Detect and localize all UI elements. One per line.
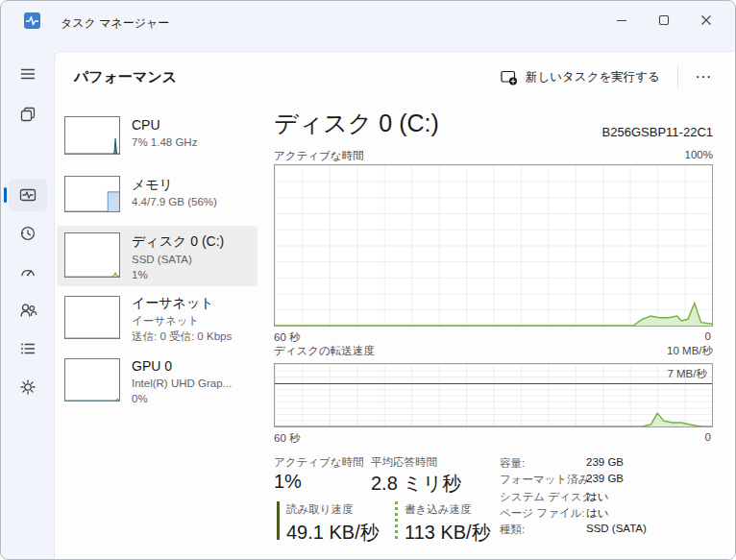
- sidebar-item-users[interactable]: [9, 294, 47, 327]
- menu-button[interactable]: [9, 58, 47, 90]
- detail-value: 239 GB: [586, 456, 624, 468]
- perf-item-sub: Intel(R) UHD Grap...: [132, 377, 232, 389]
- disk-mini-chart: [64, 232, 120, 278]
- users-icon: [18, 301, 37, 320]
- sidebar-item-details[interactable]: [9, 332, 47, 365]
- minimize-icon: [615, 13, 628, 27]
- detail-label: ページ ファイル:: [500, 506, 585, 521]
- performance-icon: [18, 185, 37, 205]
- services-icon: [18, 377, 37, 397]
- disk-device-name: B256GSBP11-22C1: [602, 125, 713, 139]
- write-speed-label: 書き込み速度: [405, 502, 472, 517]
- detail-value: SSD (SATA): [586, 523, 647, 534]
- detail-value: 239 GB: [586, 473, 624, 484]
- sidebar-item-startup-apps[interactable]: [9, 256, 47, 288]
- minimize-button[interactable]: [601, 1, 643, 39]
- perf-item-sub: 0%: [132, 393, 148, 404]
- perf-item-cpu[interactable]: CPU 7% 1.48 GHz: [57, 115, 258, 171]
- perf-item-sub: 4.4/7.9 GB (56%): [132, 196, 217, 207]
- perf-item-title: CPU: [132, 117, 160, 133]
- read-speed-label: 読み取り速度: [286, 502, 354, 517]
- active-time-chart-label: アクティブな時間: [274, 149, 364, 163]
- startup-apps-icon: [18, 262, 37, 281]
- detail-label: システム ディスク:: [500, 490, 597, 504]
- perf-item-sub: SSD (SATA): [132, 254, 192, 265]
- detail-label: フォーマット済み:: [500, 473, 593, 487]
- read-speed-bar: [277, 501, 280, 540]
- perf-item-disk0[interactable]: ディスク 0 (C:) SSD (SATA) 1%: [57, 226, 258, 286]
- gpu-mini-chart: [64, 358, 120, 402]
- settings-button[interactable]: [9, 555, 47, 560]
- transfer-rate-ymax-label: 10 MB/秒: [667, 344, 713, 358]
- detail-value: はい: [586, 506, 609, 521]
- perf-item-sub: 1%: [132, 269, 148, 280]
- titlebar: タスク マネージャー: [1, 1, 735, 51]
- task-manager-window: タスク マネージャー: [0, 0, 736, 560]
- maximize-icon: [657, 13, 671, 27]
- sidebar-item-performance[interactable]: [9, 179, 47, 211]
- details-icon: [18, 339, 37, 358]
- window-controls: [601, 1, 727, 39]
- menu-icon: [18, 64, 37, 84]
- avg-response-stat-label: 平均応答時間: [371, 455, 437, 470]
- active-time-stat-label: アクティブな時間: [274, 455, 364, 470]
- sidebar-item-app-history[interactable]: [9, 217, 47, 250]
- transfer-rate-xright-label: 0: [705, 431, 711, 443]
- perf-item-ethernet[interactable]: イーサネット イーサネット 送信: 0 受信: 0 Kbps: [57, 294, 258, 353]
- perf-item-sub: 送信: 0 受信: 0 Kbps: [132, 329, 232, 344]
- content-card: パフォーマンス 新しいタスクを実行する ... CPU 7% 1.48 GHz: [54, 51, 735, 559]
- main-panel: ディスク 0 (C:) B256GSBP11-22C1 アクティブな時間 100…: [274, 52, 713, 559]
- close-icon: [699, 13, 713, 27]
- transfer-rate-chart: 7 MB/秒: [274, 363, 713, 427]
- perf-item-title: GPU 0: [132, 358, 172, 374]
- selected-indicator: [4, 187, 7, 203]
- avg-response-stat-value: 2.8 ミリ秒: [371, 471, 461, 497]
- sidebar-item-processes[interactable]: [9, 98, 47, 131]
- active-time-stat-value: 1%: [274, 471, 302, 493]
- active-time-chart: [274, 164, 713, 327]
- disk-title: ディスク 0 (C:): [274, 108, 439, 139]
- cpu-mini-chart: [64, 116, 120, 155]
- read-speed-value: 49.1 KB/秒: [286, 520, 380, 546]
- perf-item-title: メモリ: [132, 177, 173, 194]
- detail-label: 種類:: [500, 523, 525, 537]
- maximize-button[interactable]: [643, 1, 685, 39]
- perf-item-memory[interactable]: メモリ 4.4/7.9 GB (56%): [57, 175, 258, 227]
- app-history-icon: [18, 224, 37, 243]
- task-manager-app-icon: [24, 12, 40, 29]
- memory-mini-chart: [64, 176, 120, 212]
- detail-value: はい: [586, 490, 609, 504]
- write-speed-value: 113 KB/秒: [405, 520, 491, 546]
- active-time-ymax-label: 100%: [685, 149, 713, 160]
- active-time-xleft-label: 60 秒: [274, 330, 301, 345]
- perf-item-gpu0[interactable]: GPU 0 Intel(R) UHD Grap... 0%: [57, 356, 258, 416]
- perf-item-title: ディスク 0 (C:): [132, 233, 224, 251]
- window-title: タスク マネージャー: [61, 15, 169, 32]
- processes-icon: [18, 105, 37, 124]
- transfer-rate-chart-label: ディスクの転送速度: [274, 344, 375, 358]
- active-time-xright-label: 0: [705, 330, 711, 342]
- transfer-rate-xleft-label: 60 秒: [274, 431, 301, 446]
- perf-item-sub: 7% 1.48 GHz: [132, 136, 197, 148]
- close-button[interactable]: [685, 1, 727, 39]
- write-speed-bar: [395, 501, 398, 540]
- perf-item-sub: イーサネット: [132, 314, 199, 329]
- nav-rail: [1, 45, 54, 559]
- perf-item-title: イーサネット: [132, 295, 214, 312]
- perf-sidebar: CPU 7% 1.48 GHz メモリ 4.4/7.9 GB (56%) ディス…: [55, 52, 261, 559]
- detail-label: 容量:: [500, 456, 525, 471]
- ethernet-mini-chart: [64, 296, 120, 339]
- sidebar-item-services[interactable]: [9, 371, 47, 403]
